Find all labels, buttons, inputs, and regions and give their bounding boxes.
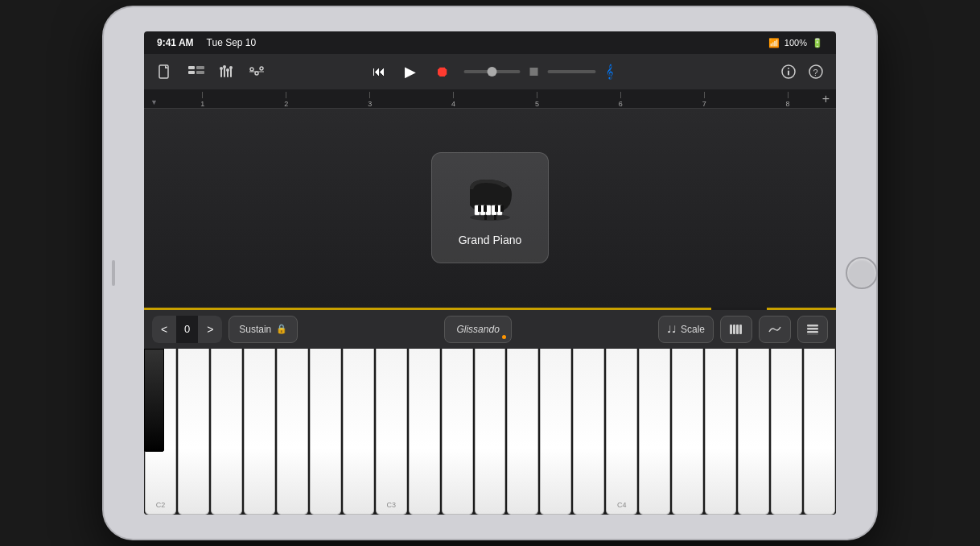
svg-rect-4 — [196, 71, 204, 74]
instrument-icon — [458, 169, 522, 225]
toolbar: ⏮ ▶ ⏺ 𝄞 — [144, 54, 836, 89]
svg-rect-31 — [500, 205, 504, 212]
svg-rect-1 — [188, 66, 195, 69]
svg-rect-28 — [478, 205, 481, 212]
toolbar-right: ? — [778, 61, 826, 82]
ruler-mark-5: 5 — [495, 92, 579, 108]
ruler-mark-7: 7 — [662, 92, 746, 108]
svg-point-14 — [250, 68, 253, 71]
lock-icon: 🔒 — [276, 324, 287, 334]
key-a4[interactable] — [771, 349, 802, 515]
timeline: ▼ 1 2 3 4 5 6 7 8 + — [144, 89, 836, 109]
arpeggio-button[interactable] — [759, 316, 791, 343]
octave-prev-button[interactable]: < — [152, 316, 176, 343]
sustain-button[interactable]: Sustain 🔒 — [229, 316, 298, 343]
key-a2[interactable] — [310, 349, 341, 515]
key-c3[interactable]: C3 — [376, 349, 407, 515]
wifi-icon: 📶 — [768, 38, 780, 48]
eq-button[interactable] — [245, 62, 268, 81]
svg-rect-19 — [788, 71, 789, 76]
status-time: 9:41 AM — [157, 37, 194, 48]
glissando-button[interactable]: Glissando — [444, 316, 511, 343]
key-d2[interactable] — [178, 349, 209, 515]
rewind-button[interactable]: ⏮ — [368, 61, 390, 82]
svg-rect-30 — [495, 205, 498, 212]
piano-keyboard: C2 C3 C4 — [144, 349, 836, 515]
svg-rect-2 — [188, 71, 195, 74]
ipad-frame: 9:41 AM Tue Sep 10 📶 100% 🔋 — [104, 7, 876, 539]
ruler-mark-8: 8 — [746, 92, 830, 108]
side-button — [112, 260, 115, 286]
add-track-button[interactable]: + — [822, 92, 830, 106]
svg-point-11 — [226, 68, 229, 72]
octave-next-button[interactable]: > — [198, 316, 222, 343]
key-g3[interactable] — [507, 349, 538, 515]
key-d4[interactable] — [639, 349, 670, 515]
ruler-mark-2: 2 — [245, 92, 328, 108]
svg-rect-41 — [807, 334, 818, 335]
key-f3[interactable] — [475, 349, 506, 515]
chord-button[interactable] — [797, 316, 828, 343]
svg-rect-34 — [730, 325, 732, 334]
status-bar: 9:41 AM Tue Sep 10 📶 100% 🔋 — [144, 31, 836, 54]
svg-rect-33 — [494, 215, 496, 220]
svg-point-10 — [223, 65, 226, 68]
svg-point-16 — [260, 67, 263, 70]
key-g4[interactable] — [738, 349, 769, 515]
song-info-button[interactable] — [778, 61, 799, 82]
key-e3[interactable] — [442, 349, 473, 515]
ruler-mark-4: 4 — [412, 92, 496, 108]
svg-rect-32 — [484, 215, 487, 220]
ruler-marks: 1 2 3 4 5 6 7 8 — [161, 92, 830, 108]
scale-button[interactable]: ♩♩ Scale — [658, 316, 714, 343]
ruler-mark-6: 6 — [579, 92, 662, 108]
new-song-button[interactable] — [154, 60, 176, 83]
controls-row: < 0 > Sustain 🔒 Glissando — [144, 310, 836, 349]
battery-icon: 🔋 — [812, 38, 823, 48]
key-b2[interactable] — [343, 349, 374, 515]
metronome-icon[interactable]: 𝄞 — [606, 64, 613, 79]
separator — [144, 308, 836, 310]
key-e4[interactable] — [672, 349, 703, 515]
main-content: Grand Piano < 0 > — [144, 109, 836, 515]
tracks-button[interactable] — [184, 62, 208, 81]
status-date: Tue Sep 10 — [207, 37, 257, 48]
key-as4[interactable] — [144, 349, 164, 452]
master-volume-bar[interactable] — [548, 70, 596, 73]
svg-rect-29 — [484, 205, 487, 212]
svg-text:?: ? — [813, 68, 818, 77]
glissando-indicator — [502, 335, 506, 339]
svg-point-9 — [220, 67, 223, 70]
key-b3[interactable] — [573, 349, 604, 515]
instrument-card[interactable]: Grand Piano — [431, 152, 549, 263]
octave-control: < 0 > — [152, 316, 222, 343]
battery-indicator: 100% — [784, 38, 807, 48]
progress-bar-right — [767, 308, 836, 310]
mixer-button[interactable] — [216, 62, 237, 81]
screen: 9:41 AM Tue Sep 10 📶 100% 🔋 — [144, 31, 836, 515]
key-f4[interactable] — [705, 349, 736, 515]
scale-music-icon: ♩♩ — [667, 324, 677, 335]
volume-knob — [488, 67, 497, 77]
key-f2[interactable] — [244, 349, 275, 515]
record-button[interactable]: ⏺ — [430, 60, 455, 84]
key-c4[interactable]: C4 — [606, 349, 637, 515]
svg-point-12 — [229, 66, 233, 69]
key-d3[interactable] — [409, 349, 440, 515]
key-e2[interactable] — [211, 349, 242, 515]
svg-rect-35 — [733, 325, 735, 334]
svg-rect-36 — [736, 325, 739, 334]
play-button[interactable]: ▶ — [400, 60, 421, 84]
timeline-ruler: ▼ 1 2 3 4 5 6 7 8 — [144, 89, 836, 108]
keyboard-layout-button[interactable] — [720, 316, 752, 343]
key-b4[interactable] — [804, 349, 835, 515]
volume-slider[interactable] — [464, 70, 521, 73]
help-button[interactable]: ? — [805, 61, 826, 82]
octave-value: 0 — [176, 316, 198, 343]
instrument-area: Grand Piano — [144, 109, 836, 308]
sustain-label: Sustain — [239, 324, 271, 335]
home-button[interactable] — [846, 257, 878, 289]
key-a3[interactable] — [540, 349, 571, 515]
key-g2[interactable] — [277, 349, 308, 515]
progress-bar-left — [144, 308, 711, 310]
